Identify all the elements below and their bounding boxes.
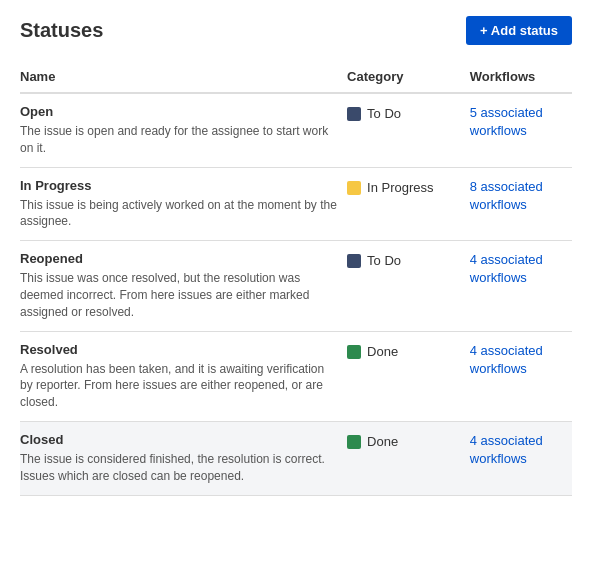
add-status-button[interactable]: + Add status [466, 16, 572, 45]
header-row: Statuses + Add status [20, 16, 572, 45]
status-name: In Progress [20, 178, 339, 193]
category-color-dot [347, 181, 361, 195]
category-color-dot [347, 107, 361, 121]
workflows-link[interactable]: 4 associated workflows [470, 433, 543, 466]
table-row: OpenThe issue is open and ready for the … [20, 93, 572, 167]
workflows-link[interactable]: 8 associated workflows [470, 179, 543, 212]
category-color-dot [347, 345, 361, 359]
workflows-link[interactable]: 5 associated workflows [470, 105, 543, 138]
page-container: Statuses + Add status Name Category Work… [0, 0, 592, 512]
category-color-dot [347, 435, 361, 449]
status-name: Resolved [20, 342, 339, 357]
col-header-name: Name [20, 61, 347, 93]
table-header-row: Name Category Workflows [20, 61, 572, 93]
table-row: ResolvedA resolution has been taken, and… [20, 331, 572, 421]
status-description: A resolution has been taken, and it is a… [20, 361, 339, 411]
statuses-table: Name Category Workflows OpenThe issue is… [20, 61, 572, 496]
col-header-category: Category [347, 61, 470, 93]
status-description: The issue is considered finished, the re… [20, 451, 339, 485]
category-label: Done [367, 434, 398, 449]
workflows-link[interactable]: 4 associated workflows [470, 343, 543, 376]
status-description: This issue was once resolved, but the re… [20, 270, 339, 320]
category-label: To Do [367, 253, 401, 268]
status-name: Reopened [20, 251, 339, 266]
table-row: ClosedThe issue is considered finished, … [20, 421, 572, 495]
status-description: This issue is being actively worked on a… [20, 197, 339, 231]
table-row: In ProgressThis issue is being actively … [20, 167, 572, 241]
category-label: In Progress [367, 180, 433, 195]
col-header-workflows: Workflows [470, 61, 572, 93]
category-label: Done [367, 344, 398, 359]
category-color-dot [347, 254, 361, 268]
status-name: Closed [20, 432, 339, 447]
workflows-link[interactable]: 4 associated workflows [470, 252, 543, 285]
category-label: To Do [367, 106, 401, 121]
table-row: ReopenedThis issue was once resolved, bu… [20, 241, 572, 331]
page-title: Statuses [20, 19, 103, 42]
status-name: Open [20, 104, 339, 119]
status-description: The issue is open and ready for the assi… [20, 123, 339, 157]
